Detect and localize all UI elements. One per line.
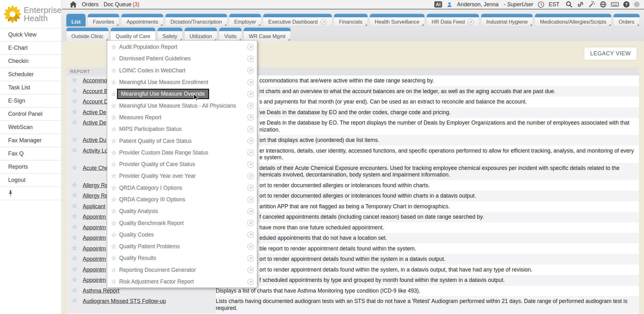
report-link[interactable]: Appointm: [83, 266, 106, 273]
sidebar-item[interactable]: E-Sign: [0, 94, 62, 108]
open-in-new-icon[interactable]: [247, 220, 254, 226]
menu-item[interactable]: Meaningful Use Measure Status - All Phys…: [107, 100, 257, 111]
report-link[interactable]: Activity Lo: [83, 148, 108, 154]
favorite-star-icon[interactable]: [72, 164, 77, 171]
open-in-new-icon[interactable]: [247, 255, 254, 261]
menu-item[interactable]: Measures Report: [107, 112, 257, 123]
favorite-star-icon[interactable]: [111, 68, 117, 74]
open-in-new-icon[interactable]: [247, 173, 254, 179]
favorite-star-icon[interactable]: [72, 213, 77, 220]
sidebar-item[interactable]: WebScan: [0, 121, 62, 134]
menu-item[interactable]: QRDA Category I Options: [107, 182, 257, 194]
favorite-star-icon[interactable]: [72, 87, 77, 94]
keyboard-icon[interactable]: [611, 1, 619, 8]
favorite-star-icon[interactable]: [72, 266, 77, 272]
favorite-star-icon[interactable]: [111, 138, 117, 144]
tab-item[interactable]: Health Surveillance: [370, 14, 425, 26]
report-link[interactable]: Appointm: [83, 277, 106, 283]
favorite-star-icon[interactable]: [72, 255, 77, 262]
favorite-star-icon[interactable]: [111, 44, 117, 50]
menu-item-label[interactable]: Meaningful Use Measure Status - All Phys…: [119, 103, 236, 109]
menu-item[interactable]: QRDA Category III Options: [107, 194, 257, 205]
open-in-new-icon[interactable]: [247, 149, 254, 156]
open-in-new-icon[interactable]: [247, 197, 254, 203]
open-in-new-icon[interactable]: [247, 267, 254, 273]
report-link[interactable]: Appointm: [83, 245, 106, 252]
menu-item-label[interactable]: Reporting Document Generator: [119, 267, 196, 273]
open-in-new-icon[interactable]: [247, 114, 254, 121]
user-name[interactable]: Anderson, Jenna: [457, 1, 498, 8]
favorite-star-icon[interactable]: [72, 98, 77, 104]
favorite-star-icon[interactable]: [72, 119, 77, 126]
favorite-star-icon[interactable]: [111, 126, 117, 132]
menu-item-label[interactable]: Patient Quality of Care Status: [119, 138, 192, 144]
favorite-star-icon[interactable]: [111, 232, 117, 238]
report-link[interactable]: Accommo: [83, 77, 107, 84]
sidebar-item[interactable]: Task List: [0, 81, 62, 94]
tab-item[interactable]: WR Case Mgmt: [244, 28, 290, 41]
favorite-star-icon[interactable]: [72, 76, 77, 83]
favorite-star-icon[interactable]: [111, 255, 117, 261]
menu-item[interactable]: MIPS Participation Status: [107, 123, 257, 135]
open-in-new-icon[interactable]: [247, 126, 254, 132]
tab-item[interactable]: Safety: [158, 28, 182, 41]
favorite-star-icon[interactable]: [72, 297, 77, 304]
menu-item[interactable]: Reporting Document Generator: [107, 264, 257, 276]
menu-item-label[interactable]: Provider Quality of Care Status: [119, 161, 195, 168]
report-link[interactable]: Account D: [83, 98, 108, 105]
tab-item[interactable]: Financials: [334, 14, 367, 26]
menu-item-label[interactable]: QRDA Category III Options: [119, 196, 185, 203]
report-link[interactable]: Allergy Re: [83, 193, 108, 199]
menu-item-label[interactable]: QRDA Category I Options: [119, 185, 182, 191]
legacy-view-button[interactable]: LEGACY VIEW: [584, 47, 637, 60]
report-link[interactable]: Active De: [83, 120, 106, 126]
sidebar-item[interactable]: Quick View: [0, 28, 62, 42]
favorite-star-icon[interactable]: [72, 234, 77, 241]
report-link[interactable]: Allergy Re: [83, 182, 108, 188]
menu-item[interactable]: Meaningful Use Measure Override: [107, 88, 257, 100]
link-icon[interactable]: [577, 1, 584, 8]
menu-item-label[interactable]: Meaningful Use Measure Enrollment: [119, 79, 208, 86]
menu-item-label[interactable]: Quality Codes: [119, 232, 154, 238]
menu-item[interactable]: Quality Benchmark Report: [107, 217, 257, 229]
sidebar-item[interactable]: Logout: [0, 174, 62, 187]
sidebar-item[interactable]: E-Chart: [0, 42, 62, 55]
favorite-star-icon[interactable]: [72, 136, 77, 143]
favorite-star-icon[interactable]: [111, 91, 117, 97]
menu-item-label[interactable]: Quality Benchmark Report: [119, 220, 184, 227]
favorite-star-icon[interactable]: [72, 181, 77, 188]
favorite-star-icon[interactable]: [111, 103, 117, 109]
tab-item[interactable]: Quality of Care: [111, 28, 155, 41]
sidebar-item[interactable]: Reports: [0, 160, 62, 174]
menu-item[interactable]: Quality Codes: [107, 229, 257, 241]
menu-item-label[interactable]: Quality Patient Problems: [119, 243, 180, 250]
tab-item[interactable]: Outside Clinic: [66, 28, 108, 41]
sidebar-item[interactable]: Fax Manager: [0, 134, 62, 147]
home-icon[interactable]: [70, 1, 77, 8]
breadcrumb-orders[interactable]: Orders: [82, 1, 98, 8]
favorite-star-icon[interactable]: [72, 223, 77, 230]
sidebar-item[interactable]: Checkin: [0, 55, 62, 68]
report-link[interactable]: Appointm: [83, 256, 106, 262]
menu-item[interactable]: Meaningful Use Measure Enrollment: [107, 76, 257, 88]
menu-item[interactable]: Dismissed Patient Guidelines: [107, 53, 257, 64]
favorite-star-icon[interactable]: [111, 267, 117, 273]
menu-item-label[interactable]: Provider Quality Year over Year: [119, 173, 196, 179]
menu-item[interactable]: LOINC Codes in WebChart: [107, 65, 257, 76]
tab-item[interactable]: Medications/Allergies/Scripts: [535, 14, 611, 26]
open-in-new-icon[interactable]: [247, 279, 254, 285]
favorite-star-icon[interactable]: [111, 79, 117, 85]
favorite-star-icon[interactable]: [111, 208, 117, 214]
favorite-star-icon[interactable]: [72, 147, 77, 154]
tab-item[interactable]: Appointments: [121, 14, 163, 26]
tab-item[interactable]: Industrial Hygiene: [481, 14, 533, 26]
menu-item[interactable]: Provider Quality Year over Year: [107, 170, 257, 182]
open-in-new-icon[interactable]: [247, 103, 254, 109]
report-link[interactable]: Audiogram Missed STS Follow-up: [83, 298, 166, 304]
menu-item-label[interactable]: Quality Results: [119, 255, 156, 261]
favorite-star-icon[interactable]: [111, 173, 117, 179]
tab-item[interactable]: Executive Dashboard: [263, 14, 332, 26]
sidebar-item[interactable]: Fax Q: [0, 147, 62, 160]
globe-icon[interactable]: [600, 1, 607, 8]
menu-item-label[interactable]: Audit Population Report: [119, 44, 177, 50]
